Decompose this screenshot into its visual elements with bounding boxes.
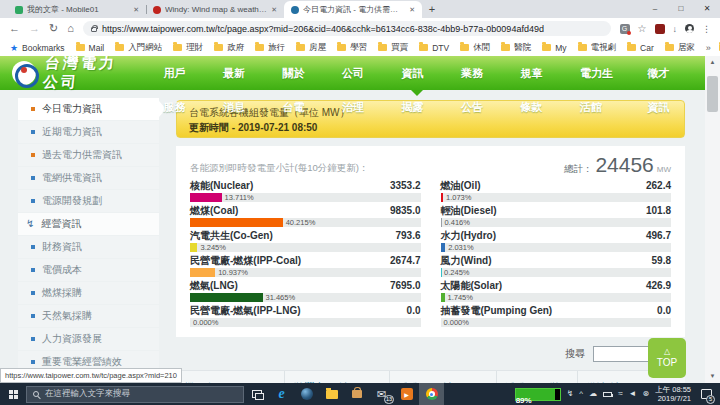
scrollbar-thumb[interactable]	[707, 76, 718, 112]
browser-globe-button[interactable]	[294, 383, 319, 405]
bullet-icon	[31, 153, 35, 157]
nav-item-recruit[interactable]: 徵才資訊	[633, 56, 693, 90]
nav-item-announcements[interactable]: 業務公告	[447, 56, 507, 90]
tab-taipower-active[interactable]: 今日電力資訊 - 電力供需資訊 - 台... ✕	[284, 1, 422, 18]
nav-item-living[interactable]: 電力生活館	[566, 56, 633, 90]
bookmark-folder-mail[interactable]: Mail	[76, 43, 105, 53]
tab-close-icon[interactable]: ✕	[133, 6, 139, 14]
bookmark-folder[interactable]: 入門網站	[115, 42, 162, 54]
bookmark-label: 居家	[678, 42, 695, 54]
tab-close-icon[interactable]: ✕	[271, 6, 277, 14]
sidebar-item-coal-purchase[interactable]: 燃煤採購	[18, 282, 159, 304]
nav-item-governance[interactable]: 公司治理	[328, 56, 388, 90]
sidebar-item-recent-power[interactable]: 近期電力資訊	[18, 121, 159, 143]
file-explorer-button[interactable]	[319, 383, 344, 405]
page-scrollbar[interactable]: ▲ ▼	[705, 56, 720, 383]
energy-bar-fill	[441, 293, 445, 302]
bookmark-star-icon[interactable]: ☆	[638, 23, 647, 34]
sidebar-label: 燃煤採購	[42, 286, 82, 300]
minimize-button[interactable]: –	[642, 0, 668, 18]
bookmark-label: My	[555, 43, 566, 53]
bookmark-folder[interactable]: 旅行	[255, 42, 285, 54]
close-button[interactable]: ✕	[694, 0, 720, 18]
bookmarks-overflow-icon[interactable]: »	[706, 43, 711, 53]
translate-icon[interactable]: G	[620, 24, 630, 34]
bookmark-folder[interactable]: 政府	[214, 42, 244, 54]
tab-close-icon[interactable]: ✕	[409, 6, 415, 14]
sidebar: 今日電力資訊 近期電力資訊 過去電力供需資訊 電網供電資訊 電源開發規劃 ↯經營…	[18, 98, 159, 374]
taskbar-clock[interactable]: 上午 08:55 2019/7/21	[655, 385, 691, 403]
onedrive-cloud-icon[interactable]: ☁	[589, 390, 597, 398]
nav-item-about[interactable]: 關於台電	[269, 56, 329, 90]
sidebar-section-operations[interactable]: ↯經營資訊	[18, 213, 159, 235]
new-tab-button[interactable]: +	[422, 1, 442, 18]
energy-value: 793.6	[395, 229, 420, 243]
nav-item-news[interactable]: 最新消息	[209, 56, 269, 90]
extension-icon[interactable]	[655, 24, 665, 34]
wifi-icon[interactable]: ≈	[618, 390, 622, 398]
sidebar-item-hr-development[interactable]: 人力資源發展	[18, 328, 159, 350]
media-button[interactable]: ▶	[394, 383, 419, 405]
energy-bar-track: 40.215%	[190, 218, 421, 227]
forward-icon[interactable]: →	[29, 23, 40, 34]
sidebar-item-past-supply[interactable]: 過去電力供需資訊	[18, 144, 159, 166]
profile-avatar[interactable]	[685, 24, 694, 33]
sidebar-item-finance[interactable]: 財務資訊	[18, 236, 159, 258]
battery-meter-widget[interactable]: 89%	[515, 388, 561, 401]
taskbar-search[interactable]: 在這裡輸入文字來搜尋	[26, 386, 244, 403]
sidebar-item-development-plan[interactable]: 電源開發規劃	[18, 190, 159, 212]
bookmark-label: Mail	[89, 43, 105, 53]
task-view-button[interactable]	[244, 383, 269, 405]
sidebar-item-grid-supply[interactable]: 電網供電資訊	[18, 167, 159, 189]
speaker-icon[interactable]: ◄	[629, 390, 637, 398]
energy-name: 核能(Nuclear)	[190, 179, 253, 193]
nav-item-info-disclosure[interactable]: 資訊揭露	[388, 56, 448, 90]
maximize-button[interactable]: □	[668, 0, 694, 18]
mail-button[interactable]: ✉13	[369, 383, 394, 405]
chrome-button-active[interactable]	[419, 383, 444, 405]
store-button[interactable]	[344, 383, 369, 405]
downloads-extension-icon[interactable]: ↓	[673, 24, 678, 34]
bookmark-folder[interactable]: 理財	[173, 42, 203, 54]
action-center-button[interactable]: 5	[697, 383, 715, 405]
bookmark-folder[interactable]: 學習	[337, 42, 367, 54]
edge-button[interactable]: e	[269, 383, 294, 405]
sidebar-item-today-power[interactable]: 今日電力資訊	[18, 98, 159, 120]
nav-item-regulations[interactable]: 規章條款	[507, 56, 567, 90]
tab-mobile01[interactable]: 我的文章 - Mobile01 ✕	[8, 1, 146, 18]
url-field[interactable]: https://www.taipower.com.tw/tc/page.aspx…	[83, 21, 611, 36]
energy-row-cogen: 汽電共生(Co-Gen)793.6 3.245%	[190, 229, 421, 252]
bookmark-folder[interactable]: DTV	[419, 43, 449, 53]
sidebar-item-price-cost[interactable]: 電價成本	[18, 259, 159, 281]
hidden-icons-chevron[interactable]: ^	[579, 390, 583, 398]
tab-title: 我的文章 - Mobile01	[27, 4, 129, 15]
bookmarks-root[interactable]: ★Bookmarks	[10, 43, 65, 53]
site-logo[interactable]: 台灣電力公司	[12, 54, 127, 92]
bookmark-folder[interactable]: 買賣	[378, 42, 408, 54]
page-viewport: 台灣電力公司 用戶服務 最新消息 關於台電 公司治理 資訊揭露 業務公告 規章條…	[0, 56, 720, 383]
back-icon[interactable]: ←	[9, 23, 20, 34]
bookmark-folder[interactable]: 電視劇	[578, 42, 617, 54]
scroll-down-icon[interactable]: ▼	[705, 370, 720, 383]
back-to-top-button[interactable]: △ TOP	[648, 338, 686, 378]
nav-item-customer-service[interactable]: 用戶服務	[149, 56, 209, 90]
bookmark-folder[interactable]: 醫院	[501, 42, 531, 54]
bookmark-folder[interactable]: 居家	[665, 42, 695, 54]
home-icon[interactable]: ⌂	[67, 23, 74, 34]
reload-icon[interactable]: ↻	[49, 23, 58, 34]
tab-windy[interactable]: Windy: Wind map & weather f... ✕	[146, 1, 284, 18]
power-plug-icon[interactable]: ↯	[567, 390, 574, 398]
tray-close-icon[interactable]: ⊗	[642, 390, 649, 398]
bookmark-folder[interactable]: 房屋	[296, 42, 326, 54]
energy-bar-track: 1.745%	[441, 293, 672, 302]
browser-menu-icon[interactable]: ⋮	[702, 24, 711, 34]
sidebar-item-gas-purchase[interactable]: 天然氣採購	[18, 305, 159, 327]
sidebar-label: 電網供電資訊	[42, 171, 102, 185]
bookmark-folder[interactable]: 休閒	[460, 42, 490, 54]
energy-bar-track: 31.465%	[190, 293, 421, 302]
bookmark-folder[interactable]: Car	[627, 43, 654, 53]
bookmark-folder[interactable]: My	[542, 43, 566, 53]
start-button[interactable]	[0, 383, 26, 405]
battery-icon[interactable]	[603, 392, 612, 397]
scroll-up-icon[interactable]: ▲	[705, 56, 720, 69]
